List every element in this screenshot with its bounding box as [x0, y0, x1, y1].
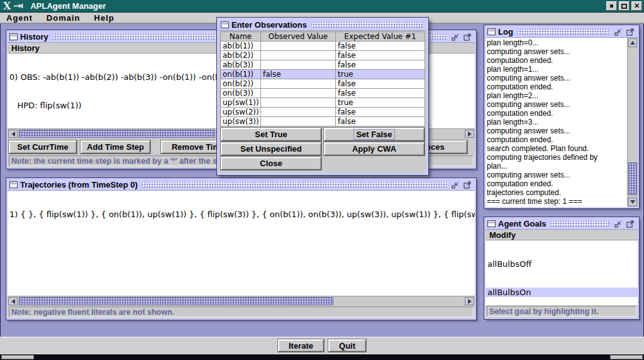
scroll-down-button[interactable]: [628, 198, 637, 206]
cell-observed[interactable]: [261, 108, 336, 117]
trajectories-minimize-button[interactable]: [451, 181, 460, 189]
set-currtime-button[interactable]: Set CurrTime: [9, 140, 77, 154]
cell-expected[interactable]: false: [336, 117, 425, 127]
cell-name[interactable]: up(sw(1)): [221, 98, 261, 108]
trajectory-row[interactable]: 1) { }, { flip(sw(1)) }, { on(b(1)), up(…: [8, 210, 475, 219]
history-maximize-button[interactable]: [463, 33, 472, 42]
goal-item-selected[interactable]: allBulbsOn: [486, 288, 638, 297]
set-false-button[interactable]: Set False: [324, 128, 425, 141]
scroll-left-button[interactable]: [8, 297, 18, 305]
cell-name[interactable]: ab(b(2)): [221, 51, 261, 60]
apply-cwa-button[interactable]: Apply CWA: [324, 142, 425, 155]
dialog-titlebar[interactable]: Enter Observations: [219, 20, 426, 31]
table-row[interactable]: up(sw(3))false: [221, 117, 425, 127]
agent-goals-titlebar[interactable]: Agent Goals: [486, 218, 638, 230]
cell-name[interactable]: on(b(3)): [221, 89, 261, 98]
resize-grip-left[interactable]: [1, 355, 34, 359]
log-line: computing answer sets...: [487, 171, 627, 179]
trajectories-horizontal-scrollbar[interactable]: [8, 296, 475, 306]
table-row[interactable]: ab(b(1))false: [221, 42, 425, 51]
cell-name[interactable]: ab(b(1)): [221, 42, 261, 51]
cell-observed[interactable]: false: [261, 70, 336, 79]
table-row[interactable]: on(b(3))false: [221, 89, 425, 98]
cell-expected[interactable]: true: [336, 98, 425, 108]
window-maximize-button[interactable]: [619, 1, 630, 11]
goal-item[interactable]: allBulbsOff: [486, 259, 638, 269]
history-minimize-button[interactable]: [451, 33, 460, 42]
cell-name[interactable]: up(sw(3)): [221, 117, 261, 127]
scroll-left-button[interactable]: [8, 130, 18, 138]
table-row[interactable]: ab(b(2))false: [221, 51, 425, 60]
cell-expected[interactable]: false: [336, 51, 425, 60]
cell-expected[interactable]: false: [336, 60, 425, 70]
cell-expected[interactable]: true: [336, 70, 425, 79]
maximize-icon: [626, 220, 635, 228]
maximize-icon: [626, 28, 635, 36]
set-true-button[interactable]: Set True: [221, 128, 321, 141]
agent-goals-minimize-button[interactable]: [614, 220, 623, 228]
trajectories-maximize-button[interactable]: [463, 181, 472, 189]
window-minimize-button[interactable]: [606, 1, 617, 11]
agent-goals-maximize-button[interactable]: [626, 220, 635, 228]
log-line: computation ended.: [487, 56, 627, 65]
cell-observed[interactable]: [261, 60, 336, 70]
log-line: plan length=2...: [487, 91, 627, 100]
close-button[interactable]: Close: [221, 157, 321, 170]
scrollbar-thumb[interactable]: [19, 297, 333, 305]
column-header-name[interactable]: Name: [221, 32, 261, 42]
maximize-icon: [464, 33, 472, 41]
maximize-icon: [464, 181, 472, 189]
modify-menu[interactable]: Modify: [486, 230, 638, 240]
quit-button[interactable]: Quit: [328, 339, 366, 352]
cell-name[interactable]: on(b(2)): [221, 79, 261, 89]
cell-observed[interactable]: [261, 89, 336, 98]
table-row[interactable]: up(sw(1))true: [221, 98, 425, 108]
scroll-right-button[interactable]: [465, 130, 474, 138]
cell-name[interactable]: ab(b(3)): [221, 60, 261, 70]
pin-icon[interactable]: [14, 3, 23, 9]
scrollbar-thumb[interactable]: [19, 130, 215, 138]
log-vertical-scrollbar[interactable]: [627, 38, 638, 207]
table-row[interactable]: on(b(2))false: [221, 79, 425, 89]
scroll-right-button[interactable]: [465, 297, 474, 305]
table-row[interactable]: up(sw(2))false: [221, 108, 425, 117]
window-close-button[interactable]: ✕: [631, 1, 642, 11]
table-row-selected[interactable]: on(b(1))falsetrue: [221, 70, 425, 79]
cell-expected[interactable]: false: [336, 79, 425, 89]
log-maximize-button[interactable]: [626, 28, 635, 37]
log-text-area[interactable]: plan length=0... computing answer sets..…: [486, 38, 627, 207]
trajectories-titlebar[interactable]: Trajectories (from TimeStep 0): [8, 179, 475, 191]
set-unspecified-button[interactable]: Set Unspecified: [221, 142, 321, 155]
cell-expected[interactable]: false: [336, 89, 425, 98]
cell-observed[interactable]: [261, 79, 336, 89]
menu-help[interactable]: Help: [94, 13, 114, 23]
cell-expected[interactable]: false: [336, 108, 425, 117]
trajectories-list[interactable]: 1) { }, { flip(sw(1)) }, { on(b(1)), up(…: [8, 191, 475, 296]
menu-domain[interactable]: Domain: [47, 13, 80, 23]
x11-logo-icon[interactable]: X: [3, 1, 11, 12]
iterate-button[interactable]: Iterate: [278, 339, 324, 352]
log-line: computation ended.: [487, 82, 627, 91]
cell-expected[interactable]: false: [336, 42, 425, 51]
log-titlebar[interactable]: Log: [486, 26, 638, 38]
menu-agent[interactable]: Agent: [6, 13, 33, 23]
column-header-observed[interactable]: Observed Value: [261, 32, 336, 42]
log-line: computation ended.: [487, 135, 627, 144]
add-time-step-button[interactable]: Add Time Step: [80, 140, 150, 154]
titlebar-texture: [142, 182, 447, 188]
log-minimize-button[interactable]: [614, 28, 623, 37]
cell-name[interactable]: on(b(1)): [221, 70, 261, 79]
table-row[interactable]: ab(b(3))false: [221, 60, 425, 70]
cell-observed[interactable]: [261, 98, 336, 108]
cell-observed[interactable]: [261, 42, 336, 51]
goals-list[interactable]: allBulbsOff allBulbsOn: [486, 240, 638, 305]
scroll-up-button[interactable]: [628, 38, 637, 47]
cell-name[interactable]: up(sw(2)): [221, 108, 261, 117]
cell-observed[interactable]: [261, 51, 336, 60]
agent-goals-note: Select goal by highlighting it.: [487, 306, 636, 317]
cell-observed[interactable]: [261, 117, 336, 127]
scrollbar-thumb[interactable]: [628, 162, 637, 195]
titlebar-texture: [551, 221, 609, 227]
resize-grip-right[interactable]: [610, 355, 643, 359]
column-header-expected[interactable]: Expected Value #1: [336, 32, 425, 42]
